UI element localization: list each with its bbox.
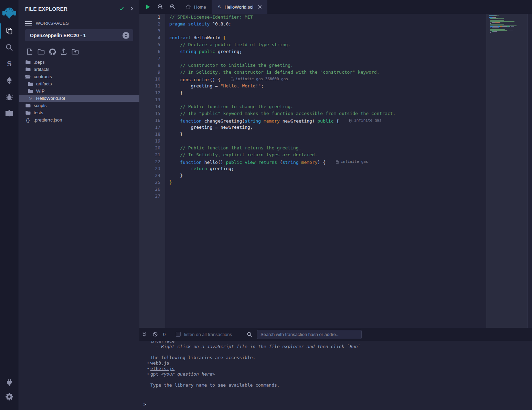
code-text: constructor() {infinite gas 368600 gas [165,76,288,83]
terminal-expand-icon[interactable] [142,332,147,337]
line-number: 22 [139,158,165,165]
workspace-selected-value: OpenZeppelin ERC20 - 1 [30,33,122,38]
workspace-select[interactable]: OpenZeppelin ERC20 - 1 [25,29,133,41]
remix-logo-icon[interactable] [0,3,19,22]
panel-title: FILE EXPLORER [25,6,113,12]
terminal-output[interactable]: interface – Right click on a JavaScript … [139,341,532,410]
code-line-13[interactable]: 13 [139,96,532,103]
listen-transactions-checkbox[interactable] [176,332,181,337]
code-text: // Declare a public field of type string… [165,41,290,48]
code-line-19[interactable]: 19 [139,138,532,145]
hamburger-menu-icon[interactable] [25,21,32,26]
code-text: function changeGreeting(string memory ne… [165,117,382,124]
code-line-27[interactable]: 27 [139,193,532,200]
code-line-22[interactable]: 22 function hello() public view returns … [139,158,532,165]
terminal-search-input[interactable] [257,330,362,339]
file-tree: .depsartifactscontractsartifactsWIPSHell… [19,59,139,124]
tree-item-scripts[interactable]: scripts [19,102,139,109]
chevron-right-icon[interactable] [130,7,134,11]
sidebar-item-plugin-manager[interactable] [0,378,19,387]
code-line-9[interactable]: 9 // In Solidity, the constructor is def… [139,69,532,76]
code-editor[interactable]: 1// SPDX-License-Identifier: MIT2pragma … [139,14,532,328]
line-number: 16 [139,117,165,124]
tab-home[interactable]: Home [180,0,212,14]
upload-folder-icon[interactable] [71,48,79,56]
gas-estimate-hint: infinite gas 368600 gas [231,76,288,83]
upload-files-icon[interactable] [59,48,68,56]
svg-text:S: S [7,60,12,67]
close-tab-icon[interactable] [258,5,262,9]
clear-console-icon[interactable] [153,332,158,337]
accept-check-icon[interactable] [119,6,124,11]
code-line-2[interactable]: 2pragma solidity ^0.8.0; [139,21,532,28]
code-line-12[interactable]: 12 } [139,90,532,96]
zoom-out-icon[interactable] [158,4,163,10]
code-text: greeting = "Hello, World!"; [165,83,264,90]
code-line-15[interactable]: 15 // The "public" keyword makes the fun… [139,110,532,117]
tree-item-helloworld-sol[interactable]: SHelloWorld.sol [19,95,139,102]
code-line-16[interactable]: 16 function changeGreeting(string memory… [139,117,532,124]
sidebar-item-deploy-run[interactable] [0,76,19,85]
code-line-1[interactable]: 1// SPDX-License-Identifier: MIT [139,14,532,21]
code-line-24[interactable]: 24 } [139,172,532,179]
code-line-7[interactable]: 7 [139,55,532,62]
tree-item-tests[interactable]: tests [19,109,139,116]
terminal-prompt[interactable]: > [143,402,146,407]
run-script-button[interactable] [145,4,151,10]
editor-tab-bar: HomeSHelloWorld.sol [139,0,532,14]
code-line-11[interactable]: 11 greeting = "Hello, World!"; [139,83,532,90]
code-line-3[interactable]: 3 [139,28,532,34]
terminal-link[interactable]: ethers.js [150,366,174,371]
create-folder-icon[interactable] [36,48,45,56]
code-line-17[interactable]: 17 greeting = newGreeting; [139,124,532,131]
code-line-5[interactable]: 5 // Declare a public field of type stri… [139,41,532,48]
terminal-link[interactable]: web3.js [150,360,169,366]
code-text [165,96,169,103]
code-line-20[interactable]: 20 // Public function that returns the g… [139,145,532,151]
code-text: // Public function to change the greetin… [165,103,293,110]
sidebar-item-search[interactable] [0,43,19,52]
code-text: pragma solidity ^0.8.0; [165,21,231,28]
code-line-26[interactable]: 26 [139,186,532,193]
tree-item-contracts[interactable]: contracts [19,73,139,80]
clone-github-icon[interactable] [48,48,57,56]
svg-text:S: S [29,96,32,101]
gas-estimate-hint: infinite gas [336,158,368,165]
code-line-14[interactable]: 14 // Public function to change the gree… [139,103,532,110]
line-number: 25 [139,179,165,186]
activity-bar: S [0,0,19,410]
code-line-18[interactable]: 18 } [139,131,532,138]
code-text: } [165,172,183,179]
sidebar-item-solidity-compiler[interactable]: S [0,60,19,69]
tab-helloworld-sol[interactable]: SHelloWorld.sol [212,0,268,14]
tree-item--deps[interactable]: .deps [19,59,139,66]
zoom-in-icon[interactable] [170,4,175,10]
learneth-icon [5,109,14,118]
home-icon [186,4,191,9]
file-explorer-header: FILE EXPLORER [19,4,139,13]
code-line-21[interactable]: 21 // In Solidity, explicit return types… [139,151,532,158]
workspace-stepper-icon[interactable] [122,32,130,39]
code-line-25[interactable]: 25} [139,179,532,186]
tree-item-artifacts[interactable]: artifacts [19,66,139,73]
code-line-23[interactable]: 23 return greeting; [139,165,532,172]
terminal-line: Type the library name to see available c… [139,382,532,388]
create-file-icon[interactable] [25,48,34,56]
code-line-4[interactable]: 4contract HelloWorld { [139,34,532,41]
code-line-8[interactable]: 8 // Constructor to initialize the greet… [139,62,532,69]
tree-item-wip[interactable]: WIP [19,87,139,95]
tree-item-label: contracts [34,74,52,79]
tree-item-artifacts[interactable]: artifacts [19,80,139,87]
code-line-6[interactable]: 6 string public greeting; [139,48,532,55]
code-text: function hello() public view returns (st… [165,158,368,165]
tree-item--prettierrc-json[interactable]: { }.prettierrc.json [19,116,139,124]
sidebar-item-settings[interactable] [0,392,19,401]
line-number: 1 [139,14,165,21]
code-line-10[interactable]: 10 constructor() {infinite gas 368600 ga… [139,76,532,83]
sidebar-item-debugger[interactable] [0,93,19,102]
line-number: 8 [139,62,165,69]
terminal-search-icon [247,332,252,337]
sidebar-item-file-explorer[interactable] [0,27,19,35]
sidebar-item-learneth[interactable] [0,109,19,118]
gas-estimate-hint: infinite gas [349,117,381,124]
